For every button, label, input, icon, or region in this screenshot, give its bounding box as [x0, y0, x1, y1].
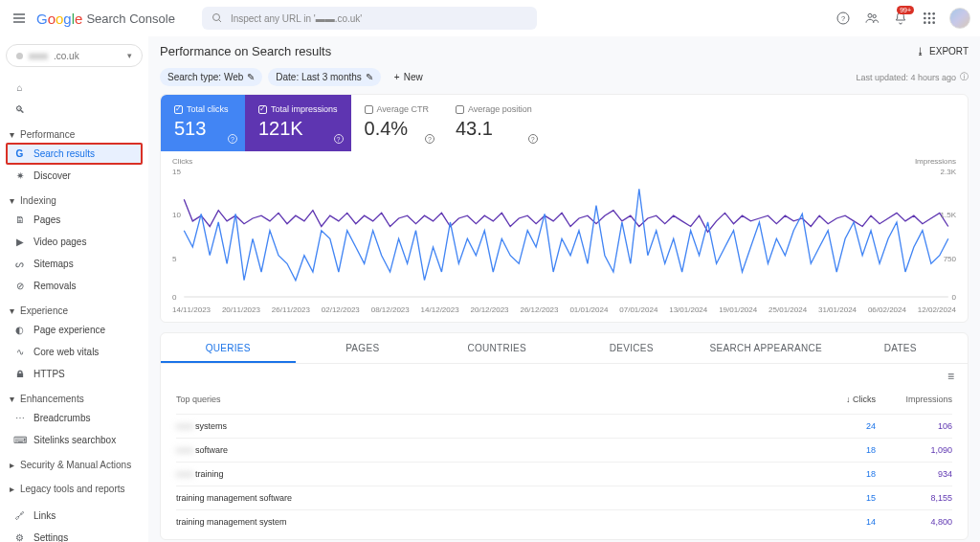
sidebar-item-links[interactable]: 🔗︎Links — [6, 505, 143, 527]
main-content: Performance on Search results ⭳EXPORT Se… — [148, 36, 980, 542]
svg-point-4 — [873, 14, 876, 17]
metric-clicks[interactable]: Total clicks 513 ? — [161, 95, 245, 151]
tab-queries[interactable]: QUERIES — [161, 333, 296, 363]
sort-clicks[interactable]: ↓ Clicks — [809, 395, 876, 404]
svg-point-6 — [928, 12, 931, 15]
link-icon: 🔗︎ — [13, 509, 26, 522]
metric-ctr[interactable]: Average CTR 0.4% ? — [351, 95, 442, 151]
tab-pages[interactable]: PAGES — [296, 333, 431, 363]
sidebar-item-discover[interactable]: ✷Discover — [6, 165, 143, 187]
sidebar-item-removals[interactable]: ⊘Removals — [6, 275, 143, 297]
chevron-down-icon: ▾ — [10, 195, 14, 206]
sidebar-group-enhancements[interactable]: ▾Enhancements — [6, 391, 143, 407]
tab-search-appearance[interactable]: SEARCH APPEARANCE — [699, 333, 834, 363]
chevron-right-icon: ▸ — [10, 484, 14, 494]
info-icon[interactable]: ? — [334, 134, 344, 144]
pencil-icon: ✎ — [247, 72, 255, 82]
svg-point-0 — [212, 14, 219, 21]
sidebar-item-breadcrumbs[interactable]: ⋯Breadcrumbs — [6, 407, 143, 429]
chip-date[interactable]: Date: Last 3 months✎ — [268, 68, 381, 86]
svg-point-12 — [928, 21, 931, 24]
property-selector[interactable]: xxxx.co.uk ▾ — [6, 44, 143, 67]
sidebar-group-legacy[interactable]: ▸Legacy tools and reports — [6, 481, 143, 497]
sidebar-item-overview[interactable]: ⌂ — [6, 77, 143, 99]
chip-search-type[interactable]: Search type: Web✎ — [160, 68, 262, 86]
hamburger-icon[interactable] — [10, 9, 29, 28]
tab-dates[interactable]: DATES — [834, 333, 969, 363]
table-row[interactable]: xxxxsoftware181,090 — [176, 438, 952, 462]
line-chart: 15 10 5 0 2.3K 1.5K 750 0 — [172, 168, 956, 302]
avatar[interactable] — [949, 8, 970, 29]
help-icon[interactable]: ? — [835, 10, 852, 27]
notifications-icon[interactable]: 99+ — [892, 10, 909, 27]
svg-point-3 — [868, 13, 872, 17]
add-filter-button[interactable]: +New — [387, 68, 431, 86]
checkbox-icon — [456, 105, 464, 114]
vitals-icon: ∿ — [13, 346, 26, 358]
search-icon — [212, 12, 223, 24]
google-g-icon: G — [13, 147, 26, 160]
search-input[interactable]: Inspect any URL in '▬▬.co.uk' — [202, 7, 537, 30]
page-title: Performance on Search results — [160, 44, 331, 58]
star-icon: ✷ — [13, 169, 26, 182]
metric-position[interactable]: Average position 43.1 ? — [442, 95, 546, 151]
sidebar-item-page-experience[interactable]: ◐Page experience — [6, 319, 143, 341]
svg-point-7 — [932, 12, 935, 15]
info-icon[interactable]: ? — [228, 134, 237, 144]
plus-icon: + — [394, 72, 400, 82]
chart-panel: Total clicks 513 ? Total impressions 121… — [160, 94, 969, 323]
sidebar-item-video-pages[interactable]: ▶Video pages — [6, 231, 143, 253]
tab-devices[interactable]: DEVICES — [565, 333, 700, 363]
tab-countries[interactable]: COUNTRIES — [430, 333, 565, 363]
notif-badge: 99+ — [897, 6, 914, 14]
sidebar-group-indexing[interactable]: ▾Indexing — [6, 192, 143, 209]
table-row[interactable]: xxxxtraining18934 — [176, 462, 952, 486]
table-row[interactable]: training management software158,155 — [176, 486, 952, 509]
export-button[interactable]: ⭳EXPORT — [916, 46, 969, 56]
page-icon: 🗎 — [13, 214, 26, 226]
chevron-down-icon: ▾ — [127, 51, 132, 60]
svg-text:?: ? — [841, 14, 845, 23]
chevron-down-icon: ▾ — [10, 129, 14, 140]
filter-icon[interactable]: ≡ — [161, 364, 968, 383]
apps-icon[interactable] — [921, 10, 938, 27]
checkbox-icon — [174, 105, 183, 114]
svg-point-8 — [924, 17, 926, 20]
sidebar-item-sitemaps[interactable]: ᔕSitemaps — [6, 253, 143, 275]
info-icon[interactable]: ? — [425, 134, 434, 144]
people-icon[interactable] — [863, 10, 880, 27]
last-updated: Last updated: 4 hours agoⓘ — [856, 71, 969, 83]
sidebar-group-experience[interactable]: ▾Experience — [6, 303, 143, 319]
sidebar-item-cwv[interactable]: ∿Core web vitals — [6, 341, 143, 363]
table-header: Top queries ↓ Clicks Impressions — [176, 389, 952, 414]
checkbox-icon — [365, 105, 373, 114]
sidebar-group-security[interactable]: ▸Security & Manual Actions — [6, 457, 143, 473]
svg-point-11 — [924, 21, 926, 24]
table-row[interactable]: xxxxsystems24106 — [176, 414, 952, 438]
table-row[interactable]: training management system144,800 — [176, 509, 952, 533]
sidebar-item-sitelinks[interactable]: ⌨Sitelinks searchbox — [6, 429, 143, 451]
sidebar-item-pages[interactable]: 🗎Pages — [6, 209, 143, 231]
sitemap-icon: ᔕ — [13, 258, 26, 270]
download-icon: ⭳ — [916, 46, 925, 56]
chevron-right-icon: ▸ — [10, 460, 14, 470]
info-icon: ⓘ — [960, 71, 969, 83]
metric-impressions[interactable]: Total impressions 121K ? — [245, 95, 351, 151]
svg-point-10 — [932, 17, 935, 20]
sidebar-item-search-results[interactable]: GSearch results — [6, 143, 143, 165]
sidebar-item-url-inspection[interactable]: 🔍︎ — [6, 99, 143, 121]
breadcrumb-icon: ⋯ — [13, 412, 26, 424]
svg-point-9 — [928, 17, 931, 20]
sidebar-item-https[interactable]: 🔒︎HTTPS — [6, 363, 143, 385]
pencil-icon: ✎ — [366, 72, 373, 82]
home-icon: ⌂ — [13, 81, 26, 94]
sidebar-group-performance[interactable]: ▾Performance — [6, 126, 143, 143]
video-icon: ▶ — [13, 236, 26, 248]
lock-icon: 🔒︎ — [13, 368, 26, 380]
logo-text: Search Console — [86, 11, 175, 26]
info-icon[interactable]: ? — [528, 134, 538, 144]
gear-icon: ⚙ — [13, 531, 26, 542]
searchbox-icon: ⌨ — [13, 434, 26, 446]
remove-icon: ⊘ — [13, 280, 26, 292]
sidebar-item-settings[interactable]: ⚙Settings — [6, 527, 143, 542]
